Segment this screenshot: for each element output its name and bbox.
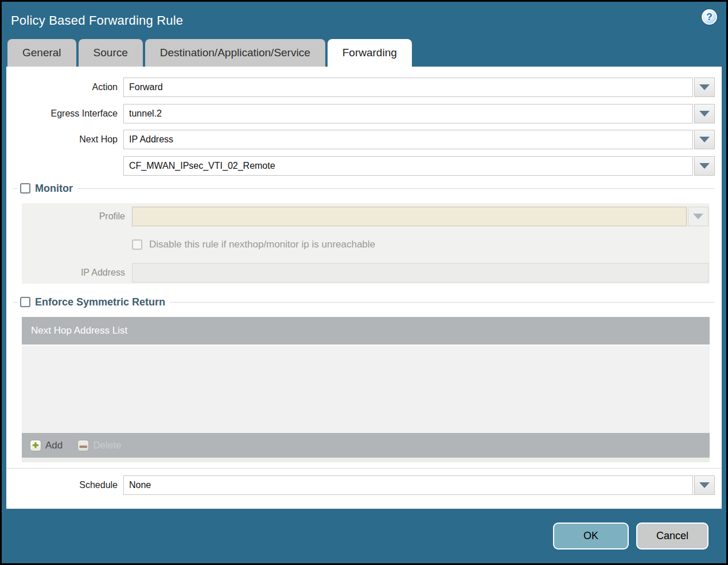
- action-field[interactable]: [123, 78, 693, 97]
- section-divider: [6, 468, 722, 469]
- monitor-section-title: Monitor: [35, 183, 73, 195]
- monitor-profile-row: Profile: [22, 207, 708, 226]
- disable-rule-checkbox: [132, 239, 142, 250]
- schedule-row: Schedule: [6, 475, 722, 495]
- disable-rule-label: Disable this rule if nexthop/monitor ip …: [149, 239, 375, 250]
- next-hop-type-dropdown-button[interactable]: [694, 130, 715, 149]
- chevron-down-icon: [699, 163, 710, 169]
- tab-source[interactable]: Source: [79, 39, 143, 67]
- plus-icon: ✚: [30, 440, 41, 451]
- symmetric-return-section-header: Enforce Symmetric Return: [13, 295, 722, 309]
- tab-bar: General Source Destination/Application/S…: [2, 39, 726, 67]
- legend-line: [170, 302, 715, 303]
- next-hop-address-field[interactable]: [123, 156, 693, 176]
- schedule-dropdown-button[interactable]: [694, 475, 715, 495]
- legend-line: [77, 188, 715, 189]
- table-scrollbar-track: [22, 458, 710, 462]
- next-hop-address-list-body[interactable]: [22, 345, 710, 433]
- egress-interface-row: Egress Interface: [6, 104, 722, 123]
- next-hop-row: Next Hop: [6, 130, 722, 149]
- next-hop-type-field[interactable]: [123, 130, 693, 149]
- tab-forwarding[interactable]: Forwarding: [328, 39, 412, 67]
- cancel-button[interactable]: Cancel: [636, 523, 708, 549]
- delete-button-label: Delete: [93, 440, 121, 451]
- forwarding-tab-panel: Action Egress Interface Next Hop Monitor: [6, 67, 722, 509]
- chevron-down-icon: [699, 137, 710, 142]
- egress-interface-label: Egress Interface: [6, 109, 118, 119]
- schedule-label: Schedule: [6, 480, 118, 490]
- egress-interface-dropdown-button[interactable]: [694, 104, 715, 123]
- monitor-ip-address-field: [132, 263, 708, 282]
- monitor-section-header: Monitor: [13, 181, 722, 195]
- profile-field: [132, 207, 687, 226]
- help-icon[interactable]: ?: [702, 9, 717, 25]
- dialog-footer: OK Cancel: [2, 509, 726, 563]
- legend-line: [13, 188, 18, 189]
- egress-interface-field[interactable]: [123, 104, 693, 123]
- monitor-disable-rule-row: Disable this rule if nexthop/monitor ip …: [22, 235, 708, 254]
- action-row: Action: [6, 78, 722, 97]
- monitor-ip-address-row: IP Address: [22, 263, 708, 282]
- profile-dropdown-button: [688, 207, 708, 226]
- next-hop-address-list-header: Next Hop Address List: [22, 317, 710, 345]
- delete-button: ▬ Delete: [77, 440, 121, 451]
- symmetric-return-section-title: Enforce Symmetric Return: [35, 296, 165, 308]
- action-label: Action: [6, 82, 118, 92]
- minus-icon: ▬: [77, 440, 89, 451]
- tab-destination-application-service[interactable]: Destination/Application/Service: [145, 39, 325, 67]
- schedule-field[interactable]: [123, 475, 693, 495]
- monitor-checkbox[interactable]: [20, 183, 30, 194]
- next-hop-address-list-toolbar: ✚ Add ▬ Delete: [22, 433, 710, 458]
- action-dropdown-button[interactable]: [694, 78, 715, 97]
- titlebar: Policy Based Forwarding Rule ?: [2, 2, 726, 39]
- profile-label: Profile: [22, 211, 125, 222]
- chevron-down-icon: [693, 214, 703, 219]
- monitor-panel: Profile Disable this rule if nexthop/mon…: [22, 203, 710, 284]
- next-hop-address-dropdown-button[interactable]: [694, 156, 715, 176]
- monitor-ip-address-label: IP Address: [22, 268, 125, 278]
- next-hop-label: Next Hop: [6, 134, 118, 145]
- enforce-symmetric-return-checkbox[interactable]: [20, 297, 30, 307]
- add-button[interactable]: ✚ Add: [30, 440, 63, 451]
- dialog-title: Policy Based Forwarding Rule: [2, 13, 183, 28]
- policy-based-forwarding-dialog: Policy Based Forwarding Rule ? General S…: [0, 0, 728, 565]
- next-hop-address-list-table: Next Hop Address List ✚ Add ▬ Delete: [22, 317, 710, 462]
- legend-line: [13, 302, 18, 303]
- chevron-down-icon: [699, 482, 710, 488]
- ok-button[interactable]: OK: [553, 523, 629, 549]
- add-button-label: Add: [45, 440, 63, 451]
- chevron-down-icon: [699, 111, 710, 117]
- next-hop-address-row: [6, 156, 722, 176]
- chevron-down-icon: [699, 84, 710, 90]
- tab-general[interactable]: General: [7, 39, 76, 67]
